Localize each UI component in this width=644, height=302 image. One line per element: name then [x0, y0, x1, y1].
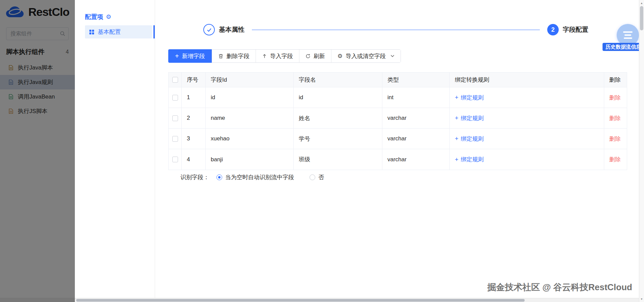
- plus-icon: +: [455, 157, 459, 163]
- history-icon: [624, 34, 631, 36]
- import-fields-button[interactable]: 导入字段: [256, 50, 299, 62]
- row-checkbox[interactable]: [172, 115, 178, 121]
- cell-bind-rule: +绑定规则: [450, 87, 604, 108]
- table-row: 4 banji 班级 varchar +绑定规则 删除: [169, 149, 627, 170]
- cell-delete: 删除: [604, 87, 627, 108]
- config-modal: 配置项 ⚙ 基本配置 基本属性 2 字段配置: [75, 0, 639, 298]
- bind-rule-link[interactable]: +绑定规则: [455, 114, 484, 122]
- plus-icon: +: [455, 136, 459, 142]
- refresh-label: 刷新: [314, 52, 325, 60]
- add-field-button[interactable]: + 新增字段: [168, 49, 212, 63]
- cell-bind-rule: +绑定规则: [450, 149, 604, 170]
- horizontal-scrollbar[interactable]: [0, 298, 639, 302]
- cell-checkbox: [169, 129, 182, 149]
- cell-checkbox: [169, 149, 182, 170]
- history-icon: [624, 37, 632, 39]
- bind-rule-link[interactable]: +绑定规则: [455, 156, 484, 163]
- delete-fields-button[interactable]: 删除字段: [212, 50, 256, 62]
- cell-seq: 2: [182, 108, 206, 128]
- recognize-field-label: 识别字段：: [180, 173, 209, 181]
- cell-bind-rule: +绑定规则: [450, 108, 604, 128]
- import-fields-label: 导入字段: [270, 52, 293, 60]
- scroll-up-icon[interactable]: ▲: [639, 1, 644, 5]
- cell-type: varchar: [382, 108, 450, 128]
- bind-rule-link[interactable]: +绑定规则: [455, 135, 484, 143]
- radio-selected-icon[interactable]: [216, 174, 222, 180]
- cell-field-name: 姓名: [294, 108, 382, 128]
- cell-type: int: [382, 87, 450, 108]
- step-2-label: 字段配置: [563, 25, 588, 34]
- column-header-type: 类型: [382, 73, 450, 87]
- check-icon: [206, 27, 212, 33]
- step-1-circle[interactable]: [203, 24, 215, 35]
- trash-icon: [218, 53, 224, 59]
- gear-icon: ⚙: [338, 53, 343, 59]
- gear-icon[interactable]: ⚙: [106, 14, 111, 20]
- vertical-scrollbar[interactable]: ▲ ▼: [639, 0, 644, 302]
- chevron-down-icon: [390, 55, 394, 57]
- fields-table: 序号 字段Id 字段名 类型 绑定转换规则 删除 1 id id int +绑定…: [168, 72, 627, 170]
- delete-row-link[interactable]: 删除: [609, 135, 621, 143]
- watermark: 掘金技术社区 @ 谷云科技RestCloud: [487, 281, 632, 293]
- radio-unselected-icon[interactable]: [310, 174, 315, 180]
- cell-type: varchar: [382, 129, 450, 149]
- horizontal-scrollbar-thumb[interactable]: [76, 299, 525, 302]
- refresh-button[interactable]: 刷新: [299, 50, 331, 62]
- step-2-number: 2: [551, 26, 555, 33]
- step-2-circle[interactable]: 2: [547, 24, 559, 35]
- column-header-field-id: 字段Id: [206, 73, 294, 87]
- row-checkbox[interactable]: [172, 136, 178, 142]
- cell-type: varchar: [382, 149, 450, 170]
- config-main: 基本属性 2 字段配置 + 新增字段 删除字段: [155, 0, 639, 298]
- cell-field-id: name: [206, 108, 294, 128]
- column-header-delete: 删除: [604, 73, 627, 87]
- cell-bind-rule: +绑定规则: [450, 129, 604, 149]
- select-all-checkbox[interactable]: [172, 77, 178, 83]
- table-row: 1 id id int +绑定规则 删除: [169, 87, 627, 108]
- scroll-down-icon[interactable]: ▼: [639, 297, 644, 301]
- cell-delete: 删除: [604, 149, 627, 170]
- radio-no[interactable]: 否: [310, 173, 324, 181]
- bind-rule-link[interactable]: +绑定规则: [455, 94, 484, 102]
- active-menu-indicator: [153, 25, 155, 38]
- plus-icon: +: [175, 53, 179, 59]
- cell-field-name: 学号: [294, 129, 382, 149]
- fields-toolbar: + 新增字段 删除字段 导入字段: [168, 49, 401, 63]
- header-cell-checkbox: [169, 73, 182, 87]
- bind-rule-label: 绑定规则: [461, 135, 484, 143]
- column-header-field-name: 字段名: [294, 73, 382, 87]
- config-sidebar: 配置项 ⚙ 基本配置: [75, 0, 155, 298]
- modal-dim-overlay[interactable]: [0, 0, 75, 302]
- cell-delete: 删除: [604, 129, 627, 149]
- vertical-scrollbar-thumb[interactable]: [640, 6, 643, 30]
- refresh-icon: [305, 54, 311, 59]
- toolbar-button-group: 删除字段 导入字段 刷新 ⚙ 导入或清空字段: [212, 49, 401, 63]
- config-menu-item-basic[interactable]: 基本配置: [85, 25, 152, 38]
- add-field-label: 新增字段: [182, 52, 205, 60]
- radio-auto-recognize[interactable]: 当为空时自动识别流中字段: [216, 173, 294, 181]
- delete-row-link[interactable]: 删除: [609, 94, 621, 102]
- cell-checkbox: [169, 108, 182, 128]
- radio-no-label: 否: [318, 173, 324, 181]
- config-panel-title: 配置项: [85, 13, 103, 21]
- cell-seq: 1: [182, 87, 206, 108]
- import-or-clear-button[interactable]: ⚙ 导入或清空字段: [331, 50, 401, 62]
- radio-auto-recognize-label: 当为空时自动识别流中字段: [225, 173, 294, 181]
- cell-seq: 4: [182, 149, 206, 170]
- cell-field-name: id: [294, 87, 382, 108]
- delete-row-link[interactable]: 删除: [609, 114, 621, 122]
- table-header-row: 序号 字段Id 字段名 类型 绑定转换规则 删除: [169, 73, 627, 87]
- bind-rule-label: 绑定规则: [461, 156, 484, 163]
- config-menu-item-label: 基本配置: [98, 28, 121, 36]
- row-checkbox[interactable]: [172, 95, 178, 101]
- row-checkbox[interactable]: [172, 157, 178, 162]
- grid-icon: [89, 29, 94, 35]
- bind-rule-label: 绑定规则: [461, 94, 484, 102]
- column-header-bind-rule: 绑定转换规则: [450, 73, 604, 87]
- delete-row-link[interactable]: 删除: [609, 156, 621, 163]
- cell-field-id: banji: [206, 149, 294, 170]
- cell-delete: 删除: [604, 108, 627, 128]
- cell-seq: 3: [182, 129, 206, 149]
- cell-field-name: 班级: [294, 149, 382, 170]
- delete-fields-label: 删除字段: [227, 52, 250, 60]
